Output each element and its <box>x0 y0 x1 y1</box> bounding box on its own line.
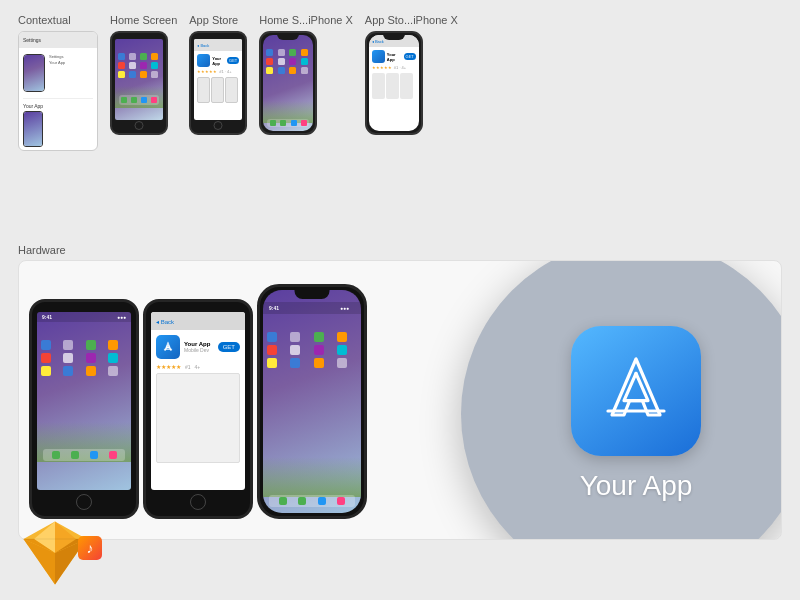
mini-icon-10 <box>129 71 136 78</box>
mini-as-nav: ◂ Back <box>194 39 242 51</box>
app-store-icon-svg <box>161 340 175 354</box>
mini-icon-1 <box>118 53 125 60</box>
hw-ix-dock-msg <box>298 497 306 505</box>
hw-dock-safari <box>90 451 98 459</box>
hw-phone-appstore: ◂ Back <box>143 299 253 519</box>
mini-iphonex-as-back: ◂ Back <box>372 39 384 44</box>
mini-iphonex-appstore-screen: ◂ Back Your App GET ★★★★★ #1 · 4+ <box>369 35 419 131</box>
hw-screenshot-strip <box>156 373 240 463</box>
hw-status-bar: 9:41 ●●● <box>37 312 131 322</box>
mini-icon-9 <box>118 71 125 78</box>
hw-ix-dock-phone <box>279 497 287 505</box>
preview-group-appstore: App Store ◂ Back Your App GET <box>189 14 247 151</box>
hardware-phones-bg: 9:41 ●●● <box>18 260 782 540</box>
mini-as-screenshots <box>197 77 239 103</box>
mini-iphonex-as-get[interactable]: GET <box>404 53 416 60</box>
ctx-settings-label: Settings <box>23 37 41 43</box>
mini-ix-icon-11 <box>289 67 296 74</box>
hw-rating-row: ★★★★★ #1 4+ <box>156 363 240 370</box>
mini-appstore-phone: ◂ Back Your App GET ★★★★★ #1 · 4+ <box>189 31 247 135</box>
music-app-icon: ♪ <box>78 536 102 560</box>
mini-iphonex-ss-1 <box>372 73 385 99</box>
hw-iphonex-nature <box>263 457 361 497</box>
hw-rating-count: #1 <box>185 364 191 370</box>
iphonex-dock-phone <box>270 120 276 126</box>
hw-icon-8 <box>108 353 118 363</box>
mini-icon-4 <box>151 53 158 60</box>
preview-group-contextual: Contextual Settings Settings Your App <box>18 14 98 151</box>
main-canvas: Contextual Settings Settings Your App <box>0 0 800 600</box>
hw-iphonex-dock <box>269 495 355 507</box>
mini-iphonex-ss-2 <box>386 73 399 99</box>
dock-messages <box>131 97 137 103</box>
mini-appstore-screen: ◂ Back Your App GET ★★★★★ #1 · 4+ <box>194 39 242 120</box>
hw-icon-6 <box>63 353 73 363</box>
ctx-phone-row: Settings Your App <box>23 54 93 92</box>
mini-as-rating-info: #1 · 4+ <box>219 69 231 74</box>
mini-icon-7 <box>140 62 147 69</box>
app-name-large: Your App <box>580 470 693 502</box>
ctx-phone-mini-screen <box>24 55 44 91</box>
iphonex-dock <box>267 119 309 127</box>
mini-iphonex-as-rating: ★★★★★ #1 · 4+ <box>372 65 416 70</box>
mini-home-icon-grid <box>115 39 163 81</box>
mini-as-app-row: Your App GET <box>197 54 239 67</box>
hardware-section: Hardware 9:41 ●●● <box>0 240 800 540</box>
hw-dock <box>43 449 125 461</box>
ctx-top-bar: Settings <box>19 32 97 48</box>
mini-ix-icon-5 <box>266 58 273 65</box>
mini-ix-icon-12 <box>301 67 308 74</box>
hw-ix-dot-3 <box>314 332 324 342</box>
hw-phone-home-screen: 9:41 ●●● <box>37 312 131 490</box>
hw-ix-dot-11 <box>314 358 324 368</box>
ctx-phone-mini <box>23 54 45 92</box>
hw-iphonex-time: 9:41 <box>269 305 279 311</box>
hw-icon-11 <box>86 366 96 376</box>
mini-iphonex-notch <box>277 33 299 40</box>
app-showcase-circle: Your App <box>461 260 782 540</box>
hw-home-button <box>76 494 92 510</box>
hw-stars: ★★★★★ <box>156 363 181 370</box>
mini-icon-5 <box>118 62 125 69</box>
app-store-logo-svg <box>596 351 676 431</box>
hw-home-grid <box>37 322 131 380</box>
hw-ix-dot-9 <box>267 358 277 368</box>
mini-ix-icon-7 <box>289 58 296 65</box>
mini-ix-icon-1 <box>266 49 273 56</box>
mini-dock <box>119 95 159 105</box>
mini-as-ss-3 <box>225 77 238 103</box>
hardware-label: Hardware <box>0 240 800 260</box>
hw-icon-7 <box>86 353 96 363</box>
mini-iphonex-appstore: ◂ Back Your App GET ★★★★★ #1 · 4+ <box>365 31 423 135</box>
hw-icon-9 <box>41 366 51 376</box>
ctx-phone2-screen <box>24 112 42 146</box>
preview-label-appstore-x: App Sto...iPhone X <box>365 14 458 26</box>
mini-ix-icon-8 <box>301 58 308 65</box>
mini-icon-2 <box>129 53 136 60</box>
mini-as-app-info: Your App <box>212 56 225 66</box>
ctx-label-settings: Settings <box>49 54 65 59</box>
mini-iphonex-as-body: Your App GET ★★★★★ #1 · 4+ <box>369 47 419 102</box>
hw-icon-12 <box>108 366 118 376</box>
mini-iphonex-as-icon <box>372 50 385 63</box>
dock-phone <box>121 97 127 103</box>
top-previews-row: Contextual Settings Settings Your App <box>0 0 800 159</box>
hw-icon-3 <box>86 340 96 350</box>
hw-as-back: ◂ Back <box>156 318 174 325</box>
hw-appstore-screen: ◂ Back <box>151 312 245 490</box>
hw-status-time: 9:41 <box>42 314 52 320</box>
mini-as-back: ◂ Back <box>197 43 209 48</box>
hw-ix-dot-1 <box>267 332 277 342</box>
ctx-body: Settings Your App Your App <box>19 48 97 151</box>
mini-iphonex-home <box>259 31 317 135</box>
hw-dock-phone <box>52 451 60 459</box>
hw-icon-2 <box>63 340 73 350</box>
ctx-labels: Settings Your App <box>49 54 65 66</box>
mini-as-ss-1 <box>197 77 210 103</box>
ctx-label-app: Your App <box>49 60 65 65</box>
hw-age-rating: 4+ <box>195 364 201 370</box>
hw-as-app-icon <box>156 335 180 359</box>
mini-as-get-btn[interactable]: GET <box>227 57 239 64</box>
hw-as-get-btn[interactable]: GET <box>218 342 240 352</box>
mini-ix-icon-10 <box>278 67 285 74</box>
